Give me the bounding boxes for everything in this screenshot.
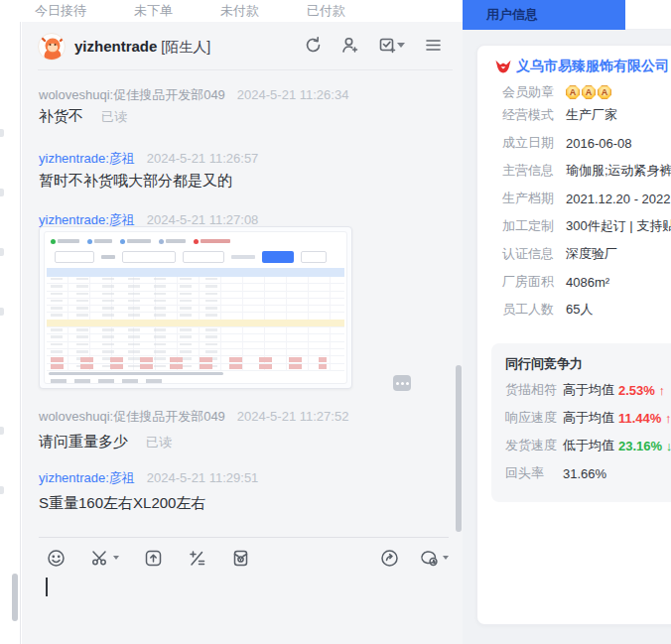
member-badges: A A A xyxy=(566,85,611,99)
competitiveness-row: 响应速度 高于均值 11.44% ↑ xyxy=(505,409,671,427)
peer-name[interactable]: yizhentrade xyxy=(74,38,157,55)
info-label: 经营模式 xyxy=(502,106,558,124)
metric-value: 2.53% ↑ xyxy=(618,383,665,398)
metric-prefix: 31.66% xyxy=(563,466,606,481)
chat-history-icon[interactable] xyxy=(419,549,449,568)
sender-name[interactable]: yizhentrade:彦祖 xyxy=(39,470,135,485)
metric-prefix: 低于均值 xyxy=(563,437,614,454)
info-row: 成立日期 2016-06-08 xyxy=(502,134,632,152)
company-row: 义乌市易臻服饰有限公司 xyxy=(495,58,669,75)
cow-mascot-icon xyxy=(39,34,66,61)
tab-paid[interactable]: 已付款 xyxy=(307,2,345,20)
screenshot-table-header xyxy=(47,268,344,277)
image-message-spreadsheet-screenshot[interactable] xyxy=(39,226,352,389)
metric-value: 11.44% ↑ xyxy=(618,411,671,426)
info-row: 认证信息 深度验厂 xyxy=(502,245,617,263)
up-arrow-icon: ↑ xyxy=(659,383,666,398)
tab-no-order[interactable]: 未下单 xyxy=(134,2,173,20)
screenshot-scissors-icon[interactable] xyxy=(90,549,119,568)
gold-a-badge-icon: A xyxy=(582,85,596,99)
message-more-button[interactable] xyxy=(393,375,411,391)
add-contact-icon[interactable] xyxy=(339,35,359,55)
message-timestamp: 2024-5-21 11:26:34 xyxy=(237,87,349,102)
metric-label: 回头率 xyxy=(505,464,555,482)
metric-label: 发货速度 xyxy=(505,437,555,454)
strength-supplier-logo-icon xyxy=(495,60,511,73)
down-arrow-icon: ↓ xyxy=(666,439,671,453)
panel-tabbar: 用户信息 xyxy=(463,0,671,30)
screenshot-search-button xyxy=(262,251,294,263)
message-text: 请问重量多少已读 xyxy=(39,433,172,451)
create-task-icon[interactable] xyxy=(376,35,406,55)
message-timestamp: 2024-5-21 11:29:51 xyxy=(147,470,259,485)
info-label: 主营信息 xyxy=(502,162,558,180)
send-file-icon[interactable] xyxy=(144,549,163,568)
info-value: 生产厂家 xyxy=(566,106,617,124)
message-timestamp: 2024-5-21 11:27:08 xyxy=(147,212,259,227)
peer-name-line: yizhentrade[陌生人] xyxy=(74,38,210,57)
message-content: 暂时不补货哦大部分都是又的 xyxy=(39,172,232,189)
screenshot-content xyxy=(44,231,347,384)
read-status: 已读 xyxy=(101,109,127,124)
info-value: 瑜伽服;运动紧身裤;健 xyxy=(566,162,671,180)
conversation-list-edge xyxy=(0,22,21,644)
info-row: 员工人数 65人 xyxy=(502,301,593,319)
emoji-icon[interactable] xyxy=(47,549,66,568)
metric-label: 响应速度 xyxy=(505,409,555,427)
chevron-down-icon xyxy=(443,556,449,560)
tab-unpaid[interactable]: 未付款 xyxy=(220,2,259,20)
input-toolbar xyxy=(47,546,449,570)
info-label: 成立日期 xyxy=(502,134,558,152)
header-divider xyxy=(38,69,453,70)
refresh-icon[interactable] xyxy=(303,35,323,55)
conversation-list-scrollbar[interactable] xyxy=(12,574,18,621)
message-input[interactable] xyxy=(46,576,449,644)
red-envelope-icon[interactable] xyxy=(231,549,250,568)
up-arrow-icon: ↑ xyxy=(665,411,671,426)
chat-scrollbar[interactable] xyxy=(456,365,462,532)
message-content: S重量160左右XL200左右 xyxy=(39,494,205,511)
info-value: 深度验厂 xyxy=(566,245,617,263)
screenshot-statusbar xyxy=(51,379,170,383)
message-sender-line: yizhentrade:彦祖2024-5-21 11:29:51 xyxy=(39,469,258,487)
price-adjust-icon[interactable] xyxy=(188,549,206,568)
competitiveness-row: 货描相符 高于均值 2.53% ↑ xyxy=(505,381,665,399)
competitiveness-title: 同行间竞争力 xyxy=(505,355,583,373)
clipped-text-mark xyxy=(0,189,4,196)
info-value: 65人 xyxy=(566,301,593,319)
sender-name[interactable]: yizhentrade:彦祖 xyxy=(39,151,135,166)
chevron-down-icon xyxy=(397,43,405,48)
message-content: 补货不 xyxy=(39,107,83,124)
input-divider xyxy=(39,537,449,538)
company-name-link[interactable]: 义乌市易臻服饰有限公司 xyxy=(516,58,669,75)
company-card: 义乌市易臻服饰有限公司 会员勋章 A A A 经营模式 生产厂家 成立日期 20… xyxy=(476,45,671,625)
clipped-text-mark xyxy=(0,427,4,435)
forward-icon[interactable] xyxy=(380,549,399,568)
metric-value: 23.16% ↓ xyxy=(618,439,671,453)
info-row: 主营信息 瑜伽服;运动紧身裤;健 xyxy=(502,162,671,180)
screenshot-red-row xyxy=(51,364,327,369)
message-timestamp: 2024-5-21 11:26:57 xyxy=(147,151,259,166)
chat-header: yizhentrade[陌生人] xyxy=(22,22,463,69)
clipped-text-mark xyxy=(0,486,4,494)
info-label: 生产档期 xyxy=(502,190,558,207)
info-label: 会员勋章 xyxy=(502,83,558,101)
screenshot-toolbar xyxy=(51,236,340,246)
gold-a-badge-icon: A xyxy=(598,85,611,99)
user-info-panel: 用户信息 义乌市易臻服饰有限公司 会员勋章 A A A 经营模式 xyxy=(463,0,671,644)
info-row: 厂房面积 4086m² xyxy=(502,273,609,291)
sender-name: woloveshuqi:促佳搜品开发部049 xyxy=(39,87,225,102)
info-label: 员工人数 xyxy=(502,301,558,319)
chevron-down-icon xyxy=(113,556,119,560)
info-row-badges: 会员勋章 A A A xyxy=(502,83,611,101)
metric-label: 货描相符 xyxy=(505,381,555,399)
sender-name[interactable]: yizhentrade:彦祖 xyxy=(39,212,135,227)
peer-relation-tag: [陌生人] xyxy=(161,39,210,55)
tab-user-info[interactable]: 用户信息 xyxy=(463,0,625,30)
message-sender-line: woloveshuqi:促佳搜品开发部0492024-5-21 11:27:52 xyxy=(39,408,348,426)
tab-today-reception[interactable]: 今日接待 xyxy=(35,2,86,20)
peer-avatar[interactable] xyxy=(38,33,66,61)
app-window: 今日接待 未下单 未付款 已付款 yizhen xyxy=(0,0,671,644)
clipped-text-mark xyxy=(0,308,4,316)
menu-icon[interactable] xyxy=(423,35,443,55)
